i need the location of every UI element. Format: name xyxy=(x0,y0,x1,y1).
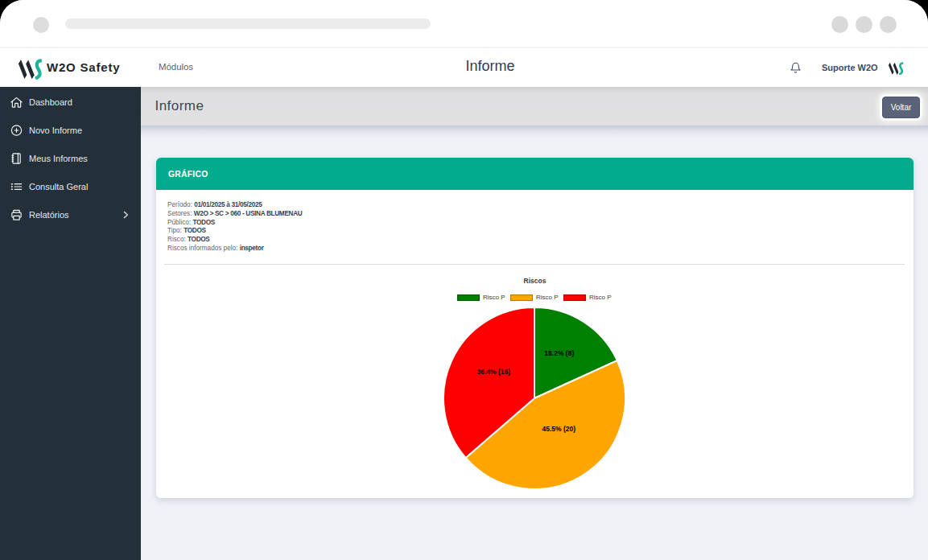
svg-text:45.5% (20): 45.5% (20) xyxy=(542,425,576,433)
svg-text:36.4% (16): 36.4% (16) xyxy=(477,368,511,376)
svg-text:18.2% (8): 18.2% (8) xyxy=(544,348,574,356)
